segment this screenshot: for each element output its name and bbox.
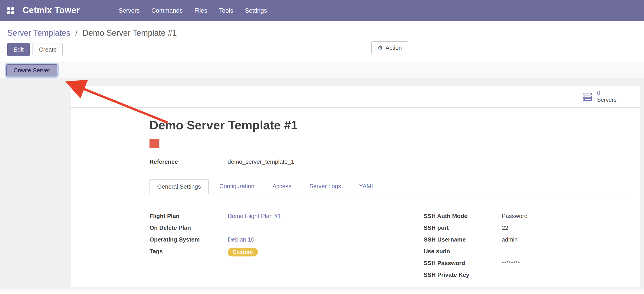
field-value-link[interactable]: Demo Flight Plan #1	[228, 213, 281, 219]
field-group-left: Flight Plan Demo Flight Plan #1 On Delet…	[150, 211, 424, 281]
field-value: Password	[497, 211, 626, 223]
field-value-empty	[497, 246, 626, 258]
field-value: ********	[497, 258, 626, 269]
breadcrumb-current: Demo Server Template #1	[83, 29, 177, 38]
edit-button[interactable]: Edit	[7, 43, 30, 56]
form-view-background: 0 Servers Demo Server Template #1 Refere…	[0, 78, 644, 289]
create-server-button[interactable]: Create Server	[6, 64, 57, 76]
tab-server-logs[interactable]: Server Logs	[302, 179, 348, 194]
breadcrumb-separator: /	[76, 29, 78, 38]
notebook-tabs: General Settings Configuration Access Se…	[150, 179, 626, 194]
field-tags: Tags Custom	[150, 246, 424, 258]
field-label: SSH Password	[424, 258, 497, 269]
action-button-label: Action	[386, 44, 402, 52]
field-value-empty	[497, 269, 626, 281]
sheet-inner: Demo Server Template #1 Reference demo_s…	[70, 108, 640, 281]
menu-item-settings[interactable]: Settings	[245, 7, 267, 14]
field-ssh-password: SSH Password ********	[424, 258, 626, 269]
tab-configuration[interactable]: Configuration	[212, 179, 262, 194]
field-label: Tags	[150, 246, 223, 258]
field-ssh-private-key: SSH Private Key	[424, 269, 626, 281]
field-value: admin	[497, 234, 626, 246]
field-label: Use sudo	[424, 246, 497, 258]
reference-row: Reference demo_server_template_1	[150, 156, 626, 167]
brand-title[interactable]: Cetmix Tower	[22, 6, 80, 15]
field-ssh-auth-mode: SSH Auth Mode Password	[424, 211, 626, 223]
field-label: SSH Private Key	[424, 269, 497, 281]
field-on-delete-plan: On Delete Plan	[150, 223, 424, 234]
field-label: On Delete Plan	[150, 223, 223, 234]
field-label: Flight Plan	[150, 211, 223, 223]
app-window: Cetmix Tower Servers Commands Files Tool…	[0, 0, 644, 294]
gear-icon: ⚙	[378, 44, 383, 52]
stat-count: 0	[597, 90, 616, 97]
breadcrumb: Server Templates / Demo Server Template …	[0, 21, 644, 38]
field-label: SSH Auth Mode	[424, 211, 497, 223]
page-title: Demo Server Template #1	[150, 118, 626, 132]
field-use-sudo: Use sudo	[424, 246, 626, 258]
stat-label: Servers	[597, 97, 616, 104]
form-statusbar: Create Server	[0, 62, 644, 78]
form-sheet: 0 Servers Demo Server Template #1 Refere…	[70, 86, 640, 287]
menu-item-tools[interactable]: Tools	[219, 7, 233, 14]
menu-item-files[interactable]: Files	[194, 7, 207, 14]
stat-button-text: 0 Servers	[597, 90, 616, 104]
tab-yaml[interactable]: YAML	[352, 179, 382, 194]
button-box: 0 Servers	[70, 86, 640, 108]
field-value-link[interactable]: Debian 10	[228, 236, 254, 243]
reference-label: Reference	[150, 156, 223, 167]
control-panel: Edit Create ⚙ Action	[0, 38, 644, 62]
apps-grid-icon[interactable]	[7, 7, 14, 14]
field-value-empty	[223, 223, 424, 234]
top-navbar: Cetmix Tower Servers Commands Files Tool…	[0, 0, 644, 21]
field-ssh-port: SSH port 22	[424, 223, 626, 234]
tab-access[interactable]: Access	[265, 179, 298, 194]
field-group-right: SSH Auth Mode Password SSH port 22 SSH U…	[424, 211, 626, 281]
field-label: SSH port	[424, 223, 497, 234]
create-button[interactable]: Create	[33, 43, 63, 56]
field-flight-plan: Flight Plan Demo Flight Plan #1	[150, 211, 424, 223]
action-button[interactable]: ⚙ Action	[371, 41, 408, 54]
field-label: SSH Username	[424, 234, 497, 246]
tab-page-general-settings: Flight Plan Demo Flight Plan #1 On Delet…	[150, 194, 626, 281]
field-value: 22	[497, 223, 626, 234]
menu-item-commands[interactable]: Commands	[152, 7, 183, 14]
main-menu: Servers Commands Files Tools Settings	[119, 7, 267, 14]
tag-badge-custom: Custom	[228, 248, 258, 256]
servers-icon	[582, 93, 592, 101]
field-ssh-username: SSH Username admin	[424, 234, 626, 246]
tab-general-settings[interactable]: General Settings	[150, 179, 209, 194]
menu-item-servers[interactable]: Servers	[119, 7, 140, 14]
reference-value: demo_server_template_1	[223, 156, 294, 167]
field-label: Operating System	[150, 234, 223, 246]
breadcrumb-link-server-templates[interactable]: Server Templates	[7, 29, 70, 38]
field-operating-system: Operating System Debian 10	[150, 234, 424, 246]
color-swatch	[150, 139, 160, 148]
stat-button-servers[interactable]: 0 Servers	[577, 86, 640, 107]
